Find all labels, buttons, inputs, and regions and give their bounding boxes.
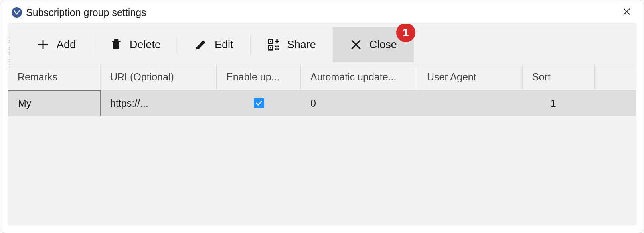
titlebar: Subscription group settings: [0, 0, 644, 23]
svg-rect-7: [277, 48, 279, 50]
column-header-url[interactable]: URL(Optional): [101, 64, 217, 90]
plus-icon: [37, 38, 49, 51]
share-button[interactable]: Share: [251, 27, 333, 62]
close-icon: [622, 7, 631, 18]
column-header-enable[interactable]: Enable up...: [217, 64, 301, 90]
cell-sort[interactable]: 1: [523, 90, 595, 116]
content-area: Add Delete Edit: [8, 23, 636, 225]
cell-url[interactable]: https://...: [101, 90, 217, 116]
cell-remarks[interactable]: My: [8, 90, 101, 116]
close-button[interactable]: Close 1: [333, 27, 414, 62]
svg-rect-1: [270, 41, 271, 42]
column-header-user-agent[interactable]: User Agent: [417, 64, 523, 90]
toolbar: Add Delete Edit: [8, 24, 636, 64]
window-close-button[interactable]: [619, 4, 635, 20]
cell-enable[interactable]: [217, 90, 301, 116]
add-button[interactable]: Add: [20, 27, 93, 62]
cell-auto-update[interactable]: 0: [301, 90, 417, 116]
edit-label: Edit: [215, 39, 233, 51]
delete-label: Delete: [130, 39, 161, 51]
share-label: Share: [287, 39, 316, 51]
column-header-auto-update[interactable]: Automatic update...: [301, 64, 417, 90]
svg-rect-3: [270, 47, 271, 49]
notification-badge: 1: [396, 23, 415, 42]
cell-user-agent[interactable]: [417, 90, 523, 116]
edit-button[interactable]: Edit: [178, 27, 250, 62]
checkbox-checked-icon[interactable]: [254, 98, 264, 108]
settings-window: Subscription group settings Add Delete: [0, 0, 644, 233]
svg-rect-6: [275, 48, 276, 50]
svg-rect-4: [275, 46, 276, 47]
subscriptions-table: Remarks URL(Optional) Enable up... Autom…: [8, 64, 636, 225]
app-icon: [12, 7, 22, 18]
x-icon: [350, 38, 362, 51]
pencil-icon: [195, 38, 207, 51]
column-header-sort[interactable]: Sort: [523, 64, 595, 90]
add-label: Add: [57, 39, 76, 51]
window-title: Subscription group settings: [26, 7, 619, 18]
trash-icon: [110, 38, 122, 51]
column-header-remarks[interactable]: Remarks: [8, 64, 101, 90]
cell-extra[interactable]: [595, 90, 636, 116]
table-header-row: Remarks URL(Optional) Enable up... Autom…: [8, 64, 636, 90]
table-row[interactable]: My https://... 0 1: [8, 90, 636, 116]
table-body: My https://... 0 1: [8, 90, 636, 225]
qr-code-icon: [267, 38, 280, 51]
svg-rect-5: [277, 46, 279, 47]
close-label: Close: [369, 39, 397, 51]
column-header-extra[interactable]: [595, 64, 636, 90]
delete-button[interactable]: Delete: [93, 27, 178, 62]
